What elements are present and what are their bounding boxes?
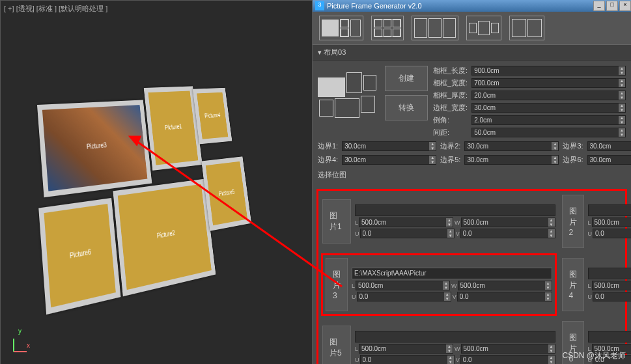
pic-button-2[interactable]: 图片2 [562, 195, 584, 248]
layout-preset-2[interactable] [371, 16, 404, 40]
close-button[interactable]: × [619, 1, 631, 11]
layout-preset-3[interactable] [412, 16, 458, 40]
titlebar[interactable]: 3 Picture Frame Generator v2.0 _ □ × [313, 0, 631, 12]
pic4-U-input[interactable]: ▲▼ [593, 292, 631, 301]
pic2-L-input[interactable]: ▲▼ [592, 217, 631, 227]
bound6-input[interactable]: ▲▼ [587, 155, 631, 165]
pic-cell-4: 图片4L▲▼W▲▼U▲▼V▲▼ [561, 253, 631, 316]
frame-picture2[interactable]: Picture2 [113, 179, 216, 297]
axis-gizmo: yx [10, 335, 30, 355]
bound5-input[interactable]: ▲▼ [464, 155, 559, 165]
pic5-W-input[interactable]: ▲▼ [461, 344, 555, 354]
pic2-U-input[interactable]: ▲▼ [593, 229, 631, 238]
frame-picture5[interactable]: Picture5 [201, 156, 251, 231]
pic-button-3[interactable]: 图片3 [326, 258, 348, 311]
highlight-inner: 图片3E:\MAXScript\AAA\PicturL▲▼W▲▼U▲▼V▲▼ [321, 253, 557, 316]
frame-picture4[interactable]: Picture4 [193, 88, 232, 145]
convert-button[interactable]: 转换 [385, 95, 428, 120]
pic-cell-3: 图片3E:\MAXScript\AAA\PicturL▲▼W▲▼U▲▼V▲▼ [324, 257, 554, 313]
pic1-V-input[interactable]: ▲▼ [460, 229, 555, 238]
viewport-3d[interactable]: [ +] [透视] [标准 ] [默认明暗处理 ] Picture3 Pictu… [0, 0, 313, 364]
pic-cell-2: 图片2L▲▼W▲▼U▲▼V▲▼ [561, 193, 631, 249]
pic-cell-5: 图片5L▲▼W▲▼U▲▼V▲▼ [321, 320, 557, 364]
layout-presets [313, 12, 631, 44]
pic5-L-input[interactable]: ▲▼ [359, 344, 453, 354]
layout-preview [318, 66, 380, 118]
pic1-U-input[interactable]: ▲▼ [360, 229, 455, 238]
frame-picture3[interactable]: Picture3 [37, 100, 152, 197]
border-width-input[interactable]: ▲▼ [471, 103, 626, 113]
viewport-label[interactable]: [ +] [透视] [标准 ] [默认明暗处理 ] [4, 4, 107, 14]
gap-input[interactable]: ▲▼ [471, 128, 626, 137]
pic-path-6[interactable] [588, 331, 631, 343]
layout-preset-1[interactable] [319, 16, 363, 40]
frame-thickness-input[interactable]: ▲▼ [471, 91, 626, 100]
pic-button-1[interactable]: 图片1 [322, 199, 351, 244]
layout-preset-4[interactable] [466, 16, 501, 40]
frame-length-input[interactable]: ▲▼ [471, 66, 626, 76]
pic-path-5[interactable] [355, 331, 555, 343]
chamfer-input[interactable]: ▲▼ [471, 115, 626, 125]
section-header-layout03[interactable]: ▾ 布局03 [313, 44, 631, 61]
app-icon: 3 [315, 1, 324, 10]
pic3-U-input[interactable]: ▲▼ [357, 292, 451, 301]
minimize-button[interactable]: _ [593, 1, 605, 11]
window-title: Picture Frame Generator v2.0 [327, 2, 422, 10]
pic-button-4[interactable]: 图片4 [562, 258, 584, 311]
pic1-L-input[interactable]: ▲▼ [359, 217, 453, 227]
pic5-U-input[interactable]: ▲▼ [360, 355, 455, 364]
bitmap-section-label: 选择位图 [318, 170, 626, 180]
bound2-input[interactable]: ▲▼ [464, 141, 559, 151]
bound4-input[interactable]: ▲▼ [342, 155, 436, 165]
pic1-W-input[interactable]: ▲▼ [461, 217, 555, 227]
pic3-V-input[interactable]: ▲▼ [457, 292, 552, 301]
pic-path-2[interactable] [588, 204, 631, 216]
pic-path-3[interactable]: E:\MAXScript\AAA\Pictur [352, 268, 552, 279]
pic-button-5[interactable]: 图片5 [322, 326, 351, 364]
panel-picture-frame-generator: 3 Picture Frame Generator v2.0 _ □ × ▾ 布… [313, 0, 631, 364]
bound1-input[interactable]: ▲▼ [342, 141, 436, 151]
layout-preset-5[interactable] [509, 16, 544, 40]
pic-path-1[interactable] [355, 204, 555, 216]
maximize-button[interactable]: □ [606, 1, 618, 11]
highlight-outer: 图片1L▲▼W▲▼U▲▼V▲▼图片2L▲▼W▲▼U▲▼V▲▼图片3E:\MAXS… [316, 189, 627, 364]
watermark: CSDN @沐风老师 [562, 350, 626, 361]
pic-cell-1: 图片1L▲▼W▲▼U▲▼V▲▼ [321, 193, 557, 249]
pic3-L-input[interactable]: ▲▼ [356, 281, 450, 290]
frame-width-input[interactable]: ▲▼ [471, 78, 626, 88]
bound3-input[interactable]: ▲▼ [587, 141, 631, 151]
pic5-V-input[interactable]: ▲▼ [460, 355, 555, 364]
pic4-L-input[interactable]: ▲▼ [592, 281, 631, 290]
frame-picture6[interactable]: Picture6 [38, 198, 120, 315]
create-button[interactable]: 创建 [385, 66, 428, 91]
pic-path-4[interactable] [588, 268, 631, 279]
pic3-W-input[interactable]: ▲▼ [458, 281, 552, 290]
